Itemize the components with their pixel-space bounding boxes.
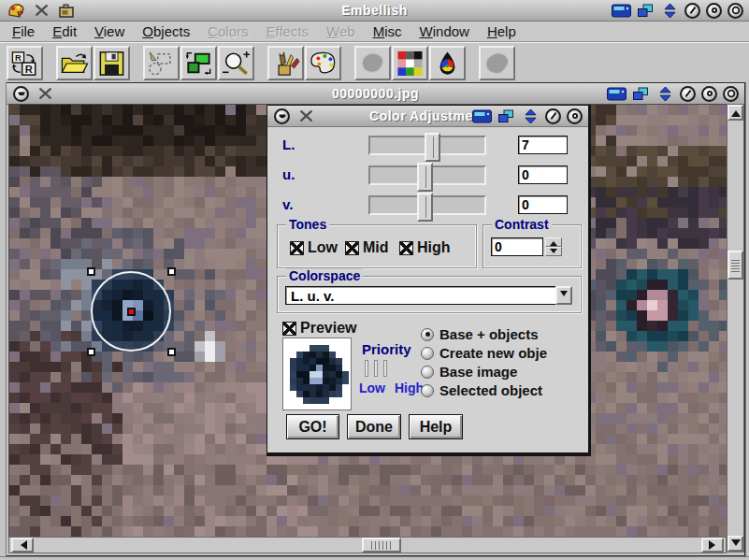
selection-handle[interactable] (87, 267, 95, 276)
left-arrow-icon (16, 540, 27, 550)
wm-decor-button[interactable] (607, 85, 626, 102)
selection-handle[interactable] (167, 267, 176, 276)
checkbox-high[interactable] (399, 241, 413, 255)
circle-slash-button[interactable] (680, 86, 696, 102)
radio-base-image[interactable] (421, 366, 434, 379)
toolbar-button-zoom[interactable] (218, 46, 254, 80)
wm-updown-button[interactable] (655, 85, 674, 102)
slider-track-u[interactable] (368, 165, 486, 185)
radio-row-base-objects[interactable]: Base + objects (421, 326, 584, 342)
horizontal-scroll-thumb[interactable] (362, 538, 401, 553)
scroll-right-button[interactable] (701, 538, 724, 553)
slider-value-u[interactable] (518, 165, 568, 184)
tone-checkbox-row-high[interactable]: High (399, 239, 451, 256)
close-button[interactable] (36, 85, 54, 102)
menu-item-window[interactable]: Window (420, 23, 469, 39)
radio-base-objects[interactable] (421, 328, 434, 341)
menu-item-view[interactable]: View (94, 23, 124, 39)
toolbar-button-dither-colors[interactable] (392, 46, 428, 80)
radio-selected-object[interactable] (421, 384, 434, 397)
dialog-controls-right (472, 108, 583, 124)
wm-updown-icon (525, 108, 537, 124)
slider-thumb-l[interactable] (425, 133, 440, 162)
menu-item-edit[interactable]: Edit (52, 23, 77, 39)
app-button[interactable] (7, 2, 25, 19)
spin-down-icon (550, 249, 557, 257)
menu-item-file[interactable]: File (12, 23, 35, 39)
scroll-down-button[interactable] (727, 536, 743, 552)
tone-checkbox-row-low[interactable]: Low (290, 239, 338, 256)
toolbar-button-palette[interactable] (305, 46, 341, 80)
done-button[interactable]: Done (347, 414, 401, 439)
tone-checkbox-row-mid[interactable]: Mid (345, 239, 389, 256)
close-button[interactable] (32, 2, 50, 19)
slider-track-l[interactable] (368, 136, 486, 155)
circle-ring-button[interactable] (723, 86, 739, 102)
vertical-scrollbar[interactable] (727, 104, 744, 553)
colorspace-combo-value[interactable]: L. u. v. (285, 286, 556, 305)
preview-checkbox[interactable] (282, 322, 296, 336)
toolbar-button-open[interactable] (56, 46, 93, 80)
slider-track-v[interactable] (368, 195, 486, 215)
close-button[interactable] (296, 108, 315, 124)
help-button[interactable]: Help (409, 414, 463, 439)
slider-thumb-v[interactable] (417, 193, 433, 222)
thumb-ridges (371, 541, 392, 550)
menu-item-objects[interactable]: Objects (142, 23, 190, 39)
contrast-spin-up[interactable] (545, 237, 562, 247)
slider-value-l[interactable] (518, 136, 568, 154)
circle-dot-button[interactable] (567, 108, 583, 124)
iconify-button[interactable] (57, 2, 76, 19)
menu-item-misc[interactable]: Misc (373, 23, 402, 39)
wm-updown-button[interactable] (660, 2, 679, 19)
radio-row-base-image[interactable]: Base image (421, 364, 584, 380)
slider-value-v[interactable] (518, 195, 568, 214)
toolbar-button-revert[interactable]: RR (7, 46, 43, 80)
circle-slash-button[interactable] (545, 108, 561, 124)
wm-layers-button[interactable] (631, 85, 650, 102)
priority-tick (383, 360, 387, 377)
selection-handle[interactable] (87, 348, 95, 356)
main-window-titlebar[interactable]: Embellish (0, 0, 749, 22)
toolbar-button-save[interactable] (94, 46, 130, 80)
circle-ring-button[interactable] (727, 3, 743, 19)
contrast-spin-down[interactable] (545, 247, 562, 256)
circle-dot-button[interactable] (701, 86, 717, 102)
scroll-left-button[interactable] (11, 538, 34, 553)
image-window-titlebar[interactable]: 00000000.jpg (7, 83, 744, 105)
checkbox-label-mid: Mid (363, 239, 389, 256)
image-window-controls-right (607, 85, 739, 102)
screen: Embellish FileEditViewObjectsColorsEffec… (0, 0, 749, 560)
circle-dot-button[interactable] (706, 3, 722, 19)
go-button[interactable]: GO! (286, 414, 339, 439)
menu-item-help[interactable]: Help (487, 23, 516, 39)
selection-handle[interactable] (167, 348, 176, 356)
wm-layers-button[interactable] (636, 2, 655, 19)
toolbar-button-brushes[interactable] (267, 46, 304, 80)
window-menu-button[interactable] (274, 108, 290, 124)
selection-center-dot[interactable] (127, 308, 136, 316)
toolbar-button-duplicate-images[interactable] (180, 46, 217, 80)
horizontal-scrollbar[interactable] (8, 537, 727, 553)
vertical-scroll-thumb[interactable] (727, 251, 743, 280)
scroll-up-button[interactable] (727, 105, 743, 121)
radio-row-create-new-obje[interactable]: Create new obje (421, 345, 584, 361)
window-menu-button[interactable] (13, 86, 29, 102)
wm-decor-button[interactable] (472, 108, 491, 124)
circle-slash-button[interactable] (684, 3, 700, 19)
checkbox-mid[interactable] (345, 241, 359, 255)
wm-decor-button[interactable] (612, 2, 630, 19)
wm-decor-icon (612, 4, 631, 18)
radio-create-new-obje[interactable] (421, 347, 434, 360)
dialog-titlebar[interactable]: Color Adjustment (267, 106, 588, 127)
preview-checkbox-row[interactable]: Preview (282, 320, 356, 337)
radio-row-selected-object[interactable]: Selected object (421, 382, 584, 398)
wm-updown-button[interactable] (521, 108, 540, 124)
colorspace-combo-arrow[interactable] (555, 286, 572, 305)
slider-thumb-u[interactable] (417, 163, 433, 192)
contrast-input[interactable] (491, 237, 543, 256)
toolbar-button-color-droplet[interactable] (429, 46, 466, 80)
contrast-group-label: Contrast (492, 217, 552, 232)
wm-layers-button[interactable] (497, 108, 515, 124)
checkbox-low[interactable] (290, 241, 304, 255)
